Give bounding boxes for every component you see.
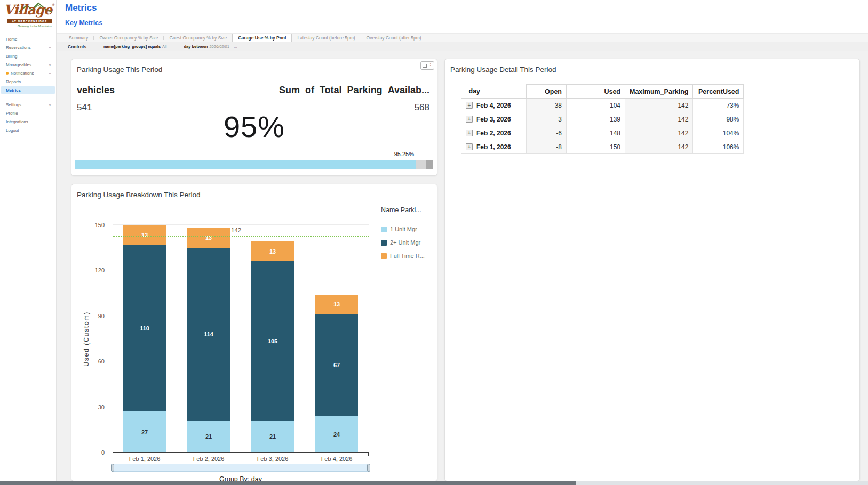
bar-segment[interactable]: 27 [123, 411, 166, 452]
bar-segment[interactable]: 13 [123, 225, 166, 245]
day-cell-content: +Feb 3, 2026 [466, 116, 522, 123]
sidebar-item-home[interactable]: Home [0, 35, 56, 43]
legend-swatch-icon [381, 227, 387, 232]
column-header-maximum-parking[interactable]: Maximum_Parking [625, 85, 693, 99]
legend-item[interactable]: 1 Unit Mgr [381, 226, 425, 232]
y-tick-label: 90 [98, 313, 105, 319]
table-cell: 73% [693, 99, 744, 112]
tab-overstay-count-after-5pm[interactable]: Overstay Count (after 5pm) [361, 34, 427, 42]
legend-item[interactable]: 2+ Unit Mgr [381, 239, 425, 246]
table-cell: 38 [527, 99, 567, 112]
bar-segment[interactable]: 21 [251, 421, 294, 452]
filter-pill[interactable]: name[parking_groups] equalsAll [103, 44, 166, 49]
controls-bar: Controls name[parking_groups] equalsAlld… [57, 42, 868, 51]
table-header: dayOpenUsedMaximum_ParkingPercentUsed [461, 85, 744, 99]
slider-handle-left[interactable] [111, 464, 114, 472]
bar-stack[interactable]: 2111413 [187, 228, 230, 452]
bar-segment[interactable]: 21 [187, 421, 230, 452]
sidebar-item-notifications[interactable]: Notifications⌄ [0, 69, 56, 77]
kpi-comparison-label: Sum_of_Total_Parking_Availab... [279, 85, 429, 96]
sidebar-item-manageables[interactable]: Manageables⌄ [0, 60, 56, 69]
detail-card: Parking Usage Detail This Period dayOpen… [444, 59, 860, 481]
visual-title: Parking Usage Breakdown This Period [77, 191, 201, 199]
bar-segment[interactable]: 13 [251, 241, 294, 261]
bar-segment[interactable]: 67 [315, 314, 358, 416]
brand-sub: AT BRECKENRIDGE [7, 19, 52, 23]
row-expand-icon[interactable]: + [466, 130, 473, 136]
horizontal-scrollbar[interactable] [0, 481, 868, 485]
legend-item[interactable]: Full Time R... [381, 253, 425, 259]
chart-yticks: 0306090120150 [86, 225, 105, 452]
legend-items: 1 Unit Mgr2+ Unit MgrFull Time R... [381, 226, 425, 259]
notification-dot-icon [6, 72, 9, 75]
day-cell-content: +Feb 2, 2026 [466, 130, 522, 137]
bar-segment[interactable]: 110 [123, 245, 166, 411]
filter-name: day between [184, 44, 208, 49]
table-row: +Feb 4, 20263810414273% [461, 99, 744, 112]
table-row: +Feb 1, 2026-8150142106% [461, 140, 744, 154]
sidebar-item-reports[interactable]: Reports [0, 77, 56, 86]
chevron-down-icon: ⌄ [48, 63, 52, 66]
table-row: +Feb 3, 2026313914298% [461, 112, 744, 126]
slider-handle-right[interactable] [367, 464, 370, 472]
page-header: Metrics Key Metrics [57, 0, 868, 33]
sidebar-item-reservations[interactable]: Reservations⌄ [0, 43, 56, 52]
maximize-icon [423, 64, 427, 68]
table-cell-day: +Feb 1, 2026 [461, 140, 527, 154]
row-day-label: Feb 4, 2026 [476, 102, 511, 109]
tab-garage-use-by-pool[interactable]: Garage Use % by Pool [232, 34, 292, 42]
header-row: dayOpenUsedMaximum_ParkingPercentUsed [461, 85, 744, 99]
sidebar-item-settings[interactable]: Settings⌄ [0, 100, 56, 109]
column-header-day[interactable]: day [461, 85, 527, 99]
table-cell: 139 [567, 112, 625, 126]
tab-latestay-count-before-5pm[interactable]: Latestay Count (before 5pm) [292, 34, 360, 42]
bar-segment[interactable]: 105 [251, 261, 294, 421]
table-cell: -6 [527, 126, 567, 140]
y-tick-label: 0 [101, 449, 105, 456]
page-title: Metrics [65, 3, 97, 13]
reference-line-label: 142 [231, 227, 241, 233]
sidebar-item-logout[interactable]: Logout [0, 126, 56, 134]
sidebar-item-billing[interactable]: Billing [0, 52, 56, 60]
column-header-open[interactable]: Open [527, 85, 567, 99]
scrollbar-thumb[interactable] [0, 481, 576, 485]
column-header-percentused[interactable]: PercentUsed [693, 85, 744, 99]
chart-legend: Name Parki... 1 Unit Mgr2+ Unit MgrFull … [381, 206, 425, 266]
sidebar-item-profile[interactable]: Profile [0, 109, 56, 117]
filter-name: name[parking_groups] equals [103, 44, 161, 49]
bar-segment[interactable]: 24 [315, 416, 358, 452]
table-cell: 104% [693, 126, 744, 140]
sidebar-item-label: Integrations [6, 119, 28, 124]
bar-stack[interactable]: 2110513 [251, 241, 294, 452]
y-tick-label: 60 [98, 358, 105, 365]
tab-summary[interactable]: Summary [63, 34, 93, 42]
legend-swatch-icon [381, 240, 387, 246]
sidebar-item-metrics[interactable]: Metrics [1, 86, 55, 94]
row-expand-icon[interactable]: + [466, 116, 473, 123]
visual-title: Parking Usage Detail This Period [450, 66, 556, 74]
row-expand-icon[interactable]: + [466, 102, 473, 109]
tab-owner-occupancy-by-size[interactable]: Owner Occupancy % by Size [94, 34, 163, 42]
column-header-used[interactable]: Used [567, 85, 625, 99]
detail-table: dayOpenUsedMaximum_ParkingPercentUsed +F… [461, 84, 744, 154]
filter-value: All [162, 44, 166, 49]
x-axis-label: Feb 3, 2026 [241, 456, 305, 462]
tab-guest-occupancy-by-size[interactable]: Guest Occupancy % by Size [164, 34, 232, 42]
bar-segment[interactable]: 13 [315, 295, 358, 314]
sidebar-item-integrations[interactable]: Integrations [0, 117, 56, 126]
bar-stack[interactable]: 246713 [315, 295, 358, 452]
visual-menu-button[interactable]: ⋮ [420, 61, 434, 70]
bar-segment[interactable]: 13 [187, 228, 230, 248]
bar-segment[interactable]: 114 [187, 248, 230, 421]
row-day-label: Feb 2, 2026 [476, 130, 511, 137]
bar-stack[interactable]: 2711013 [123, 225, 166, 452]
controls-label: Controls [68, 44, 86, 50]
brand-logo[interactable]: Village® AT BRECKENRIDGE Gateway to the … [1, 2, 55, 31]
menu-dots-icon: ⋮ [428, 63, 433, 68]
filter-pill[interactable]: day between2026/02/01 – ... [184, 44, 237, 49]
progress-fill [75, 160, 416, 169]
filter-value: 2026/02/01 – ... [209, 44, 237, 49]
row-expand-icon[interactable]: + [466, 143, 473, 150]
chart-range-slider[interactable] [111, 464, 370, 472]
day-cell-content: +Feb 4, 2026 [466, 102, 522, 109]
